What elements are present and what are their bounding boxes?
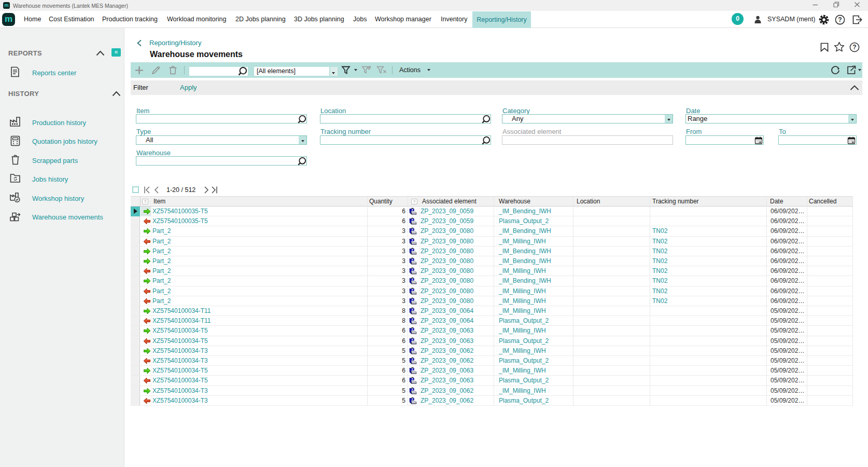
svg-text:?: ? bbox=[852, 44, 856, 51]
svg-text:?: ? bbox=[838, 16, 842, 23]
